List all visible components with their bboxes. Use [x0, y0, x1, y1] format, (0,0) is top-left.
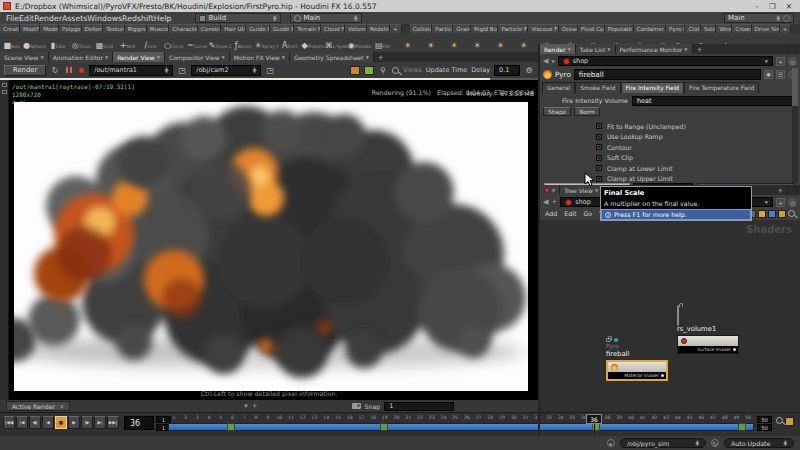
- refresh-icon[interactable]: ↻: [50, 65, 60, 75]
- shelf-tab[interactable]: Pyro FX: [666, 24, 686, 33]
- shelf-tab[interactable]: Oceans: [559, 24, 578, 33]
- checkbox[interactable]: [596, 134, 602, 140]
- node-fireball[interactable]: Pyro fireball Material Shader: [606, 338, 668, 381]
- pane-tab-compositor-view[interactable]: Compositor View▼: [165, 52, 230, 62]
- node-name-field[interactable]: fireball: [574, 69, 761, 80]
- network-menu-item[interactable]: Add: [545, 210, 557, 217]
- minimize-button[interactable]: –: [755, 2, 759, 11]
- checkbox[interactable]: [596, 144, 602, 150]
- range-end-field[interactable]: 50: [757, 416, 772, 423]
- shelf-tool[interactable]: ~Curve: [186, 33, 209, 52]
- network-pane-tab-tree-view[interactable]: Tree View▼: [560, 185, 603, 195]
- close-tab-icon[interactable]: ✕: [59, 403, 64, 410]
- shelf-tool[interactable]: +Null: [116, 33, 139, 52]
- shelf-tab[interactable]: Cloud FX: [321, 24, 346, 33]
- target-icon[interactable]: ◎: [788, 57, 797, 66]
- step-back-button[interactable]: ◀: [42, 416, 54, 429]
- target-icon[interactable]: ◎: [788, 198, 797, 207]
- menu-item[interactable]: Redshift: [122, 14, 154, 23]
- shelf-tab[interactable]: Constrai: [198, 24, 221, 33]
- shelf-tab[interactable]: Cloth: [685, 24, 701, 33]
- shelf-tool[interactable]: ☀Environm Light: [512, 33, 535, 52]
- shelf-tool[interactable]: ◆Platonic: [301, 33, 324, 52]
- active-render-tab[interactable]: Active Render✕: [6, 401, 70, 411]
- views-label[interactable]: Views: [403, 66, 422, 74]
- shelf-tab[interactable]: Particle Fluids: [498, 24, 528, 33]
- pane-tab-scene-view[interactable]: Scene View▼: [0, 52, 49, 62]
- checkbox[interactable]: [596, 155, 602, 161]
- shelf-tool[interactable]: ○Circle: [162, 33, 185, 52]
- shelf-tab[interactable]: Rigid Bodies: [471, 24, 498, 33]
- main-context-selector[interactable]: Main ▲▼: [290, 13, 362, 23]
- output-dot[interactable]: [733, 348, 736, 351]
- shelf-tab[interactable]: Model: [40, 24, 59, 33]
- snapshot-camera-icon[interactable]: [352, 403, 361, 409]
- node-rs-volume1[interactable]: rs_volume1 Surface Shader: [677, 306, 739, 354]
- message-icon[interactable]: ▸: [607, 439, 615, 447]
- stop-button[interactable]: ■: [55, 416, 67, 429]
- shelf-tool[interactable]: /Line: [139, 33, 162, 52]
- shelf-tab[interactable]: Muscles: [147, 24, 170, 33]
- gear-icon[interactable]: ✱: [764, 70, 773, 79]
- step-forward-button[interactable]: ▶: [68, 416, 80, 429]
- shelf-tool[interactable]: ▦Grid: [93, 33, 116, 52]
- add-pane-tab-button[interactable]: +: [374, 54, 388, 62]
- shelf-tool[interactable]: ƒBezier: [232, 33, 255, 52]
- shelf-tab[interactable]: Collisions: [410, 24, 433, 33]
- shelf-tab[interactable]: Drive Simula: [752, 24, 780, 33]
- snap-field[interactable]: 1: [384, 402, 454, 411]
- title-bar[interactable]: E:/Dropbox (Whimsical)/PyroVFX/Fresto/BK…: [0, 0, 800, 12]
- history-caret-icon[interactable]: ▼: [551, 59, 554, 64]
- shelf-tab[interactable]: Viscous Fluids: [528, 24, 558, 33]
- parameter-scrollbar[interactable]: [792, 68, 798, 183]
- menu-item[interactable]: File: [6, 14, 19, 23]
- shelf-tab[interactable]: Terrain FX: [294, 24, 321, 33]
- shelf-tab[interactable]: Solid: [701, 24, 716, 33]
- network-menu-item[interactable]: Edit: [564, 210, 576, 217]
- camera-selector[interactable]: /obj/cam2▲▼: [191, 65, 261, 76]
- sim-context-selector[interactable]: /obj/pyro_sim▲▼: [620, 438, 706, 448]
- shelf-tab[interactable]: Create: [0, 24, 20, 33]
- checkbox[interactable]: [596, 176, 602, 182]
- network-menu-item[interactable]: Go: [583, 210, 592, 217]
- menu-item[interactable]: Render: [34, 14, 62, 23]
- tab-fire-intensity-field[interactable]: Fire Intensity Field: [621, 82, 685, 93]
- presets-icon[interactable]: ☰: [776, 70, 785, 79]
- network-pane-tab-shop[interactable]: ▼: [540, 185, 560, 195]
- pane-tab-performance-monitor[interactable]: Performance Monitor▼: [616, 44, 693, 54]
- render-viewport[interactable]: Rendering (91.1%) Elapsed: 0:04:03 ETA: …: [0, 80, 538, 400]
- shelf-tab[interactable]: Hair Utils: [221, 24, 246, 33]
- node-path-field[interactable]: shop▼: [558, 56, 773, 66]
- shelf-tool[interactable]: ☀Geometry Light: [466, 33, 489, 52]
- playhead[interactable]: 36: [586, 414, 602, 424]
- shelf-tab[interactable]: Volume: [345, 24, 367, 33]
- shelf-tab[interactable]: Rigging: [125, 24, 147, 33]
- timeline-bar[interactable]: [168, 423, 754, 431]
- shelf-tool[interactable]: ✎Draw Curve: [209, 33, 232, 52]
- go-end-button[interactable]: ▶▶|: [107, 416, 119, 429]
- next-key-button[interactable]: ▶|: [94, 416, 106, 429]
- shelf-tab[interactable]: Characters: [169, 24, 198, 33]
- flag-icon[interactable]: [768, 210, 776, 218]
- back-arrow-icon[interactable]: ◀: [543, 57, 548, 65]
- pane-tab-render[interactable]: Render▼: [540, 44, 576, 54]
- current-frame-field[interactable]: 36: [124, 416, 154, 430]
- pane-menu-icon[interactable]: [787, 45, 797, 54]
- pane-tab-animation-editor[interactable]: Animation Editor▼: [49, 52, 114, 62]
- delay-field[interactable]: 0.1: [494, 65, 520, 76]
- snapshot-icon[interactable]: [364, 66, 374, 75]
- stop-icon[interactable]: [78, 67, 85, 74]
- collapse-icon[interactable]: ▾: [244, 402, 248, 410]
- rop-selector[interactable]: /out/mantra1▲▼: [89, 65, 173, 76]
- shelf-tab[interactable]: Fluid Contai: [578, 24, 605, 33]
- add-pane-tab-button[interactable]: +: [773, 187, 787, 195]
- region-render-icon[interactable]: [350, 66, 360, 75]
- checkbox[interactable]: [596, 123, 602, 129]
- shelf-tool[interactable]: ☀Point Light: [396, 33, 419, 52]
- back-arrow-icon[interactable]: ◀: [543, 198, 548, 206]
- forward-arrow-icon[interactable]: +: [551, 198, 557, 206]
- play-button[interactable]: |▶: [81, 416, 93, 429]
- recook-icon[interactable]: ↻: [711, 439, 719, 447]
- subtab-shape[interactable]: Shape: [543, 107, 571, 116]
- shelf-tab[interactable]: Container Tools: [634, 24, 666, 33]
